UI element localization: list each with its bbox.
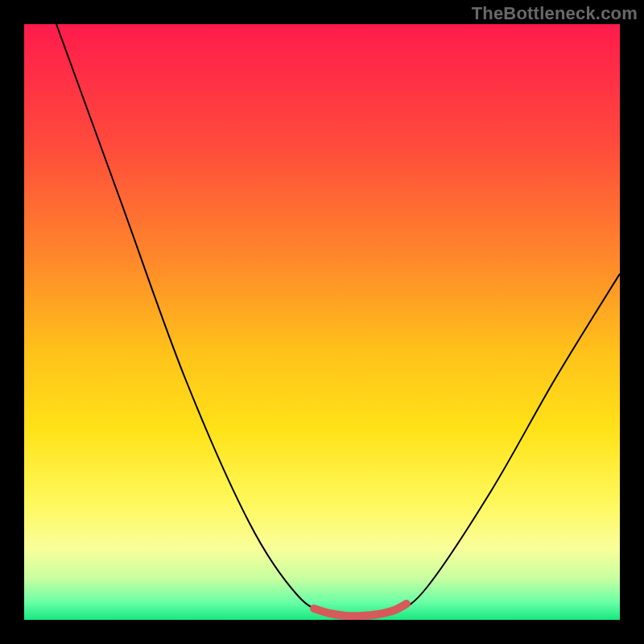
curve-svg — [24, 24, 620, 620]
chart-frame: TheBottleneck.com — [0, 0, 644, 644]
minimum-marker-path — [314, 604, 407, 616]
plot-area — [24, 24, 620, 620]
watermark-text: TheBottleneck.com — [472, 3, 638, 24]
bottleneck-curve-path — [56, 24, 620, 616]
